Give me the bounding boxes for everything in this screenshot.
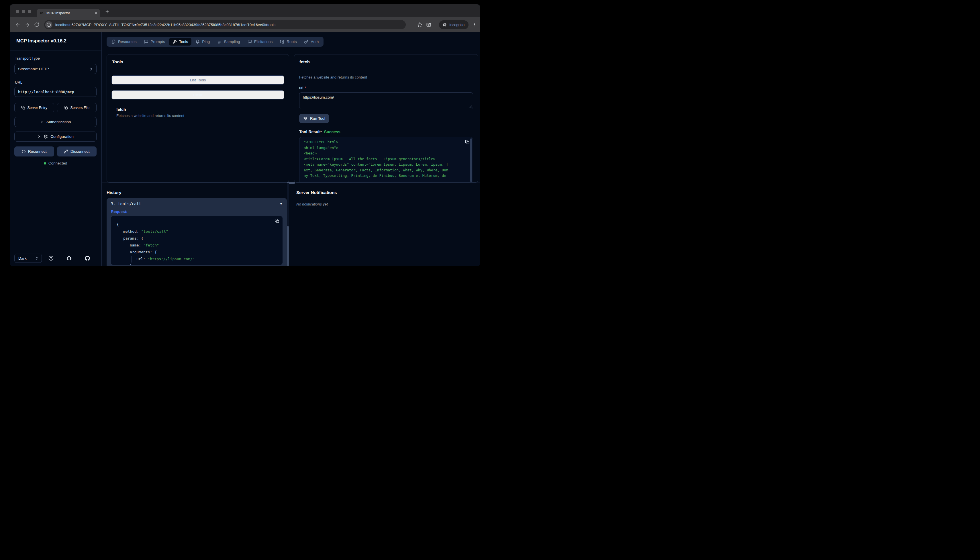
feature-tabbar: Resources Prompts Tools Ping Sampling [106, 37, 323, 47]
bookmark-star-icon[interactable] [417, 22, 423, 27]
result-code-line: <html lang="en"> [304, 145, 461, 151]
main-content: Resources Prompts Tools Ping Sampling [102, 32, 480, 266]
minimize-window-button[interactable] [22, 10, 25, 13]
json-line: arguments:{ [130, 249, 271, 256]
tab-resources[interactable]: Resources [108, 38, 140, 45]
hash-icon [217, 40, 221, 44]
run-tool-button[interactable]: Run Tool [299, 114, 329, 123]
server-notifications-title: Server Notifications [296, 190, 478, 195]
reconnect-button[interactable]: Reconnect [14, 147, 54, 157]
unplug-icon [64, 149, 68, 153]
server-entry-button[interactable]: Server Entry [14, 103, 54, 112]
configuration-label: Configuration [50, 134, 73, 139]
url-label: URL [15, 80, 97, 85]
authentication-toggle[interactable]: Authentication [14, 117, 97, 127]
chevrons-up-down-icon [89, 67, 93, 71]
search-tabs-icon[interactable] [426, 22, 431, 27]
address-bar[interactable]: localhost:6274/?MCP_PROXY_AUTH_TOKEN=9e7… [44, 20, 406, 29]
transport-type-select[interactable]: Streamable HTTP [14, 64, 97, 74]
forward-icon[interactable] [25, 22, 30, 28]
toolbar-right: Incognito [417, 20, 477, 29]
tab-auth[interactable]: Auth [301, 38, 322, 45]
incognito-badge: Incognito [439, 20, 469, 29]
tool-name: fetch [116, 107, 280, 112]
tab-label: Sampling [224, 40, 240, 44]
site-info-icon[interactable] [45, 21, 52, 28]
tab-ping[interactable]: Ping [192, 38, 213, 45]
tool-detail-title: fetch [294, 55, 478, 69]
browser-tab[interactable]: MCP Inspector [37, 9, 100, 17]
tool-result-output: "<!DOCTYPE html> <html lang="en"> <head>… [299, 137, 473, 182]
tab-label: Roots [286, 40, 296, 44]
servers-file-button[interactable]: Servers File [57, 103, 97, 112]
list-tools-button[interactable]: List Tools [111, 75, 284, 85]
copy-result-icon[interactable] [465, 140, 470, 145]
help-icon[interactable] [48, 256, 53, 261]
theme-select[interactable]: Dark [14, 253, 42, 263]
new-tab-button[interactable] [105, 10, 110, 14]
tab-roots[interactable]: Roots [276, 38, 300, 45]
tool-list-item[interactable]: fetch Fetches a website and returns its … [111, 107, 284, 118]
tab-tools[interactable]: Tools [169, 38, 192, 45]
theme-value: Dark [18, 256, 27, 260]
result-code-line: <meta name="keywords" content="Lorem Ips… [304, 162, 461, 167]
tab-label: Tools [179, 40, 188, 44]
copy-request-icon[interactable] [275, 219, 280, 223]
send-icon [303, 117, 308, 121]
close-window-button[interactable] [16, 10, 19, 13]
resize-grip-icon[interactable] [469, 105, 472, 108]
configuration-toggle[interactable]: Configuration [14, 132, 97, 142]
hammer-icon [173, 40, 177, 44]
tool-description: Fetches a website and returns its conten… [116, 113, 280, 118]
tool-detail-panel: fetch Fetches a website and returns its … [294, 54, 478, 183]
history-title: History [106, 190, 289, 195]
incognito-icon [442, 22, 447, 27]
rotate-ccw-icon [22, 150, 26, 153]
result-scrollbar[interactable] [470, 138, 472, 182]
app-title: MCP Inspector v0.16.2 [10, 32, 101, 50]
maximize-window-button[interactable] [28, 10, 31, 13]
tab-sampling[interactable]: Sampling [214, 38, 243, 45]
url-field-value: https://lipsum.com/ [303, 95, 334, 100]
server-url-input[interactable]: http://localhost:8080/mcp [14, 87, 97, 97]
bell-icon [195, 40, 200, 44]
chevrons-up-down-icon [35, 257, 39, 260]
json-line: } [130, 263, 271, 265]
tab-close-icon[interactable] [94, 12, 98, 15]
required-asterisk: * [304, 86, 306, 90]
tools-panel: Tools List Tools Clear fetch Fetches a w… [106, 54, 289, 183]
message-square-icon [248, 40, 252, 44]
tools-panel-title: Tools [107, 55, 289, 69]
history-scrollbar-thumb[interactable] [287, 226, 289, 266]
url-field-label: url* [299, 86, 473, 90]
reload-icon[interactable] [34, 22, 39, 27]
disconnect-button[interactable]: Disconnect [57, 147, 97, 157]
back-icon[interactable] [15, 22, 21, 28]
server-url-value: http://localhost:8080/mcp [18, 90, 74, 94]
clear-tools-button[interactable]: Clear [111, 90, 284, 100]
browser-window: MCP Inspector localhost:6274/?MCP_PROXY_… [10, 4, 480, 266]
browser-tab-strip: MCP Inspector [10, 4, 480, 17]
clear-label: Clear [193, 93, 202, 97]
tab-elicitations[interactable]: Elicitations [244, 38, 276, 45]
tab-prompts[interactable]: Prompts [141, 38, 168, 45]
url-field-textarea[interactable]: https://lipsum.com/ [299, 92, 473, 109]
transport-type-label: Transport Type [15, 56, 97, 60]
result-code-line: "<!DOCTYPE html> [304, 139, 461, 145]
copy-icon [64, 106, 68, 110]
tab-label: Auth [311, 40, 319, 44]
github-icon[interactable] [85, 256, 90, 261]
collapse-caret-icon[interactable]: ▼ [280, 202, 283, 205]
menu-kebab-icon[interactable] [472, 22, 477, 27]
request-json-block: { method:"tools/call" params:{ name:"fet… [111, 216, 283, 265]
notifications-empty-message: No notifications yet [296, 202, 478, 206]
result-code-line: <title>Lorem Ipsum - All the facts - Lip… [304, 156, 461, 162]
folder-tree-icon [280, 40, 284, 44]
result-code-line: my Text, Typesetting, Printing, de Finib… [304, 173, 461, 178]
window-controls [16, 10, 31, 13]
connection-status-dot [44, 162, 46, 165]
bug-icon[interactable] [67, 256, 72, 261]
servers-file-label: Servers File [70, 106, 90, 110]
gear-icon [43, 134, 48, 139]
history-scrollbar[interactable] [287, 183, 289, 266]
